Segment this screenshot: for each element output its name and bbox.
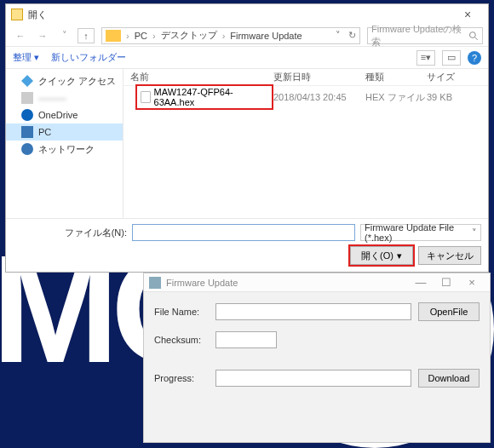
sidebar-item-redacted[interactable]: ———	[6, 89, 123, 106]
file-type-filter[interactable]: Firmware Update File (*.hex) ˅	[360, 224, 481, 241]
sidebar-item-onedrive[interactable]: OneDrive	[6, 106, 123, 123]
file-name: MAW1247-QFP64-63AA.hex	[154, 87, 268, 107]
openfile-button[interactable]: OpenFile	[418, 302, 480, 321]
address-controls[interactable]: ˅ ↻	[332, 30, 359, 41]
file-type: HEX ファイル	[365, 91, 427, 104]
sidebar: クイック アクセス ——— OneDrive PC ネットワーク	[6, 69, 124, 218]
filename-input[interactable]	[215, 303, 411, 320]
file-size: 39 KB	[427, 92, 488, 102]
quick-access-icon	[21, 75, 33, 87]
chevron-down-icon: ˅	[472, 227, 477, 238]
firmware-update-window: Firmware Update — ☐ × File Name: OpenFil…	[143, 273, 491, 443]
search-placeholder: Firmware Updateの検索	[371, 23, 468, 49]
filename-label: File Name:	[154, 307, 209, 317]
file-row[interactable]: MAW1247-QFP64-63AA.hex 2018/04/13 20:45 …	[124, 88, 488, 106]
chevron-right-icon: ›	[151, 31, 158, 41]
filename-label: ファイル名(N):	[13, 227, 127, 239]
dialog-footer: ファイル名(N): Firmware Update File (*.hex) ˅…	[6, 218, 488, 272]
file-date: 2018/04/13 20:45	[273, 92, 365, 102]
view-options-button[interactable]: ≡▾	[416, 50, 435, 66]
chevron-right-icon: ›	[124, 31, 131, 41]
maximize-button[interactable]: ☐	[434, 276, 459, 289]
open-dialog: 開く × ← → ˅ ↑ › PC › デスクトップ › Firmware Up…	[5, 3, 489, 273]
file-list: 名前 更新日時 種類 サイズ MAW1247-QFP64-63AA.hex 20…	[124, 69, 488, 218]
sidebar-item-quick-access[interactable]: クイック アクセス	[6, 72, 123, 89]
dialog-title: 開く	[28, 9, 452, 21]
search-icon	[468, 31, 479, 41]
nav-bar: ← → ˅ ↑ › PC › デスクトップ › Firmware Update …	[6, 25, 488, 47]
crumb-folder[interactable]: Firmware Update	[227, 31, 305, 41]
close-button[interactable]: ×	[459, 276, 485, 289]
col-date[interactable]: 更新日時	[273, 71, 365, 83]
minimize-button[interactable]: —	[408, 276, 434, 289]
help-button[interactable]: ?	[468, 51, 481, 65]
up-button[interactable]: ↑	[78, 28, 95, 43]
preview-pane-button[interactable]: ▭	[442, 50, 461, 66]
progress-bar	[215, 370, 411, 387]
titlebar: Firmware Update — ☐ ×	[144, 273, 490, 292]
column-headers: 名前 更新日時 種類 サイズ	[124, 69, 488, 86]
progress-label: Progress:	[154, 373, 209, 383]
col-name[interactable]: 名前	[124, 71, 273, 83]
onedrive-icon	[21, 109, 33, 121]
search-input[interactable]: Firmware Updateの検索	[367, 27, 483, 44]
blank-icon	[21, 92, 33, 104]
toolbar: 整理 ▾ 新しいフォルダー ≡▾ ▭ ?	[6, 47, 488, 69]
checksum-label: Checksum:	[154, 335, 209, 345]
pc-icon	[106, 30, 121, 42]
file-highlight: MAW1247-QFP64-63AA.hex	[135, 84, 273, 110]
sidebar-item-pc[interactable]: PC	[6, 123, 123, 141]
back-button[interactable]: ←	[11, 27, 30, 44]
col-size[interactable]: サイズ	[427, 71, 488, 83]
organize-menu[interactable]: 整理 ▾	[13, 51, 39, 64]
crumb-pc[interactable]: PC	[131, 31, 151, 41]
chevron-right-icon: ›	[221, 31, 227, 41]
chevron-down-icon: ▾	[397, 250, 402, 261]
close-icon[interactable]: ×	[452, 8, 483, 21]
col-type[interactable]: 種類	[365, 71, 427, 83]
filename-input[interactable]	[132, 224, 355, 241]
sidebar-item-network[interactable]: ネットワーク	[6, 141, 123, 158]
checksum-input[interactable]	[215, 331, 277, 348]
download-button[interactable]: Download	[418, 369, 480, 388]
history-dropdown[interactable]: ˅	[55, 27, 74, 44]
breadcrumb[interactable]: › PC › デスクトップ › Firmware Update ˅ ↻	[101, 27, 360, 44]
titlebar: 開く ×	[6, 4, 488, 25]
cancel-button[interactable]: キャンセル	[418, 246, 481, 265]
svg-line-1	[475, 37, 478, 39]
pc-icon	[21, 126, 33, 138]
app-icon	[149, 277, 161, 289]
new-folder-button[interactable]: 新しいフォルダー	[51, 51, 126, 64]
svg-point-0	[470, 32, 476, 37]
folder-icon	[11, 9, 23, 20]
file-icon	[141, 91, 151, 103]
network-icon	[21, 143, 33, 155]
crumb-desktop[interactable]: デスクトップ	[158, 29, 221, 42]
window-title: Firmware Update	[166, 278, 408, 288]
open-button[interactable]: 開く(O)▾	[350, 246, 413, 265]
forward-button: →	[33, 27, 52, 44]
